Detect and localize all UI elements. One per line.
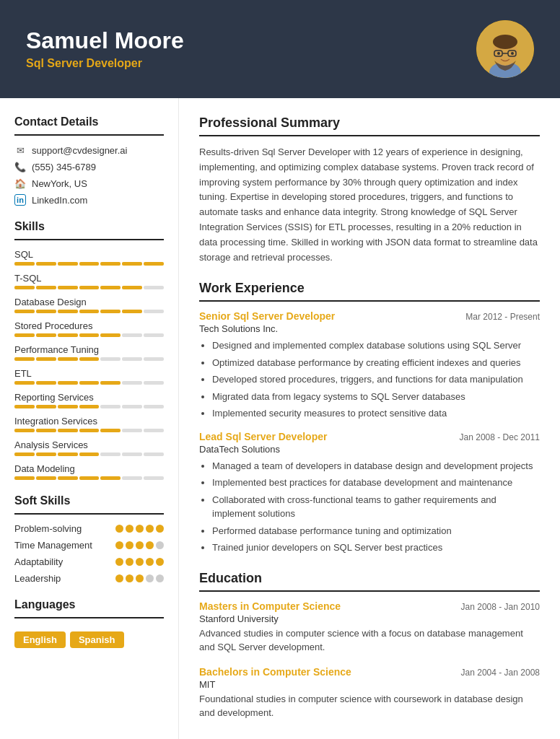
contact-phone: 📞 (555) 345-6789 (14, 161, 164, 172)
skills-divider (14, 239, 164, 240)
soft-skill-dots (115, 574, 164, 582)
contact-location: 🏠 NewYork, US (14, 178, 164, 189)
summary-text: Results-driven Sql Server Developer with… (199, 145, 540, 265)
edu-block: Bachelors in Computer ScienceJan 2004 - … (199, 666, 540, 720)
skill-bar-filled (14, 286, 35, 289)
dot-filled (156, 525, 164, 533)
contact-divider (14, 134, 164, 136)
skill-bars (14, 381, 164, 385)
dot-empty (156, 541, 164, 549)
skill-bar-filled (79, 262, 100, 266)
resume-container: Samuel Moore Sql Server Developer (0, 0, 560, 739)
skill-bar-empty (144, 381, 164, 385)
skill-bar-filled (100, 429, 121, 432)
languages-section-title: Languages (14, 598, 164, 611)
job-bullets: Managed a team of developers in database… (199, 459, 540, 555)
job-bullet: Managed a team of developers in database… (212, 459, 540, 473)
skill-bars (14, 286, 164, 289)
skill-bar-filled (79, 381, 100, 385)
skill-bar-filled (79, 333, 100, 337)
contact-email: ✉ support@cvdesigner.ai (14, 144, 164, 156)
skill-item: SQL (14, 249, 164, 266)
skill-bar-filled (79, 405, 100, 408)
skill-bar-filled (36, 310, 56, 313)
job-block: Senior Sql Server DeveloperMar 2012 - Pr… (199, 310, 540, 421)
skill-bar-filled (79, 357, 100, 361)
job-date: Jan 2008 - Dec 2011 (460, 432, 540, 442)
skill-bars (14, 262, 164, 266)
email-icon: ✉ (14, 144, 26, 156)
linkedin-icon: in (14, 194, 26, 206)
skill-bar-filled (36, 405, 56, 408)
job-bullet: Designed and implemented complex databas… (212, 338, 540, 353)
dot-filled (115, 525, 123, 533)
dot-filled (115, 558, 123, 566)
skill-item: Integration Services (14, 416, 164, 432)
skill-name: ETL (14, 368, 164, 379)
edu-desc: Advanced studies in computer science wit… (199, 626, 540, 655)
job-bullet: Collaborated with cross-functional teams… (212, 493, 540, 521)
job-company: Tech Solutions Inc. (199, 323, 540, 334)
skill-bar-filled (36, 333, 56, 337)
skill-bar-empty (144, 405, 164, 408)
languages-list: EnglishSpanish (14, 627, 164, 648)
soft-skill-item: Adaptability (14, 556, 164, 567)
skill-bar-empty (144, 357, 164, 361)
skill-bar-filled (14, 429, 35, 432)
contact-linkedin: in LinkedIn.com (14, 194, 164, 206)
skill-bar-filled (14, 405, 35, 408)
dot-filled (136, 525, 144, 533)
skill-bar-filled (14, 310, 35, 313)
skill-bar-filled (122, 286, 142, 289)
job-bullet: Implemented best practices for database … (212, 476, 540, 490)
skill-bar-empty (100, 357, 121, 361)
skill-bar-filled (36, 357, 56, 361)
soft-skill-name: Problem-solving (14, 523, 82, 534)
summary-divider (199, 135, 540, 136)
dot-empty (146, 574, 154, 582)
header: Samuel Moore Sql Server Developer (0, 0, 560, 98)
soft-skill-item: Leadership (14, 573, 164, 584)
contact-section-title: Contact Details (14, 115, 164, 128)
edu-desc: Foundational studies in computer science… (199, 692, 540, 720)
experience-list: Senior Sql Server DeveloperMar 2012 - Pr… (199, 310, 540, 555)
skill-bar-filled (79, 429, 100, 432)
job-bullet: Trained junior developers on SQL Server … (212, 541, 540, 555)
experience-section: Work Experience Senior Sql Server Develo… (199, 281, 540, 555)
skill-item: ETL (14, 368, 164, 385)
skill-bar-filled (100, 476, 121, 480)
skill-bar-empty (144, 286, 164, 289)
skill-bar-filled (100, 286, 121, 289)
header-text: Samuel Moore Sql Server Developer (26, 28, 184, 69)
skill-name: Reporting Services (14, 392, 164, 403)
soft-skill-item: Problem-solving (14, 523, 164, 534)
skill-name: Performance Tuning (14, 344, 164, 355)
job-header: Lead Sql Server DeveloperJan 2008 - Dec … (199, 431, 540, 442)
job-bullets: Designed and implemented complex databas… (199, 338, 540, 421)
skill-item: Performance Tuning (14, 344, 164, 361)
skill-bar-empty (144, 333, 164, 337)
job-bullet: Performed database performance tuning an… (212, 524, 540, 538)
skill-name: T-SQL (14, 273, 164, 284)
skill-bar-filled (58, 381, 78, 385)
skill-item: Database Design (14, 297, 164, 313)
edu-header: Masters in Computer ScienceJan 2008 - Ja… (199, 600, 540, 612)
skill-bars (14, 476, 164, 480)
soft-skill-item: Time Management (14, 540, 164, 551)
main-content: Professional Summary Results-driven Sql … (179, 98, 560, 739)
soft-skills-section-title: Soft Skills (14, 494, 164, 507)
skill-bar-filled (36, 429, 56, 432)
skill-bar-filled (36, 452, 56, 456)
job-header: Senior Sql Server DeveloperMar 2012 - Pr… (199, 310, 540, 322)
skills-section-title: Skills (14, 220, 164, 233)
avatar (476, 20, 534, 78)
job-title: Lead Sql Server Developer (199, 431, 327, 442)
edu-header: Bachelors in Computer ScienceJan 2004 - … (199, 666, 540, 678)
job-date: Mar 2012 - Present (465, 312, 540, 322)
edu-school: Stanford University (199, 613, 540, 624)
candidate-title: Sql Server Developer (26, 57, 184, 70)
dot-empty (156, 574, 164, 582)
dot-filled (136, 574, 144, 582)
dot-filled (146, 525, 154, 533)
svg-point-9 (511, 52, 514, 55)
